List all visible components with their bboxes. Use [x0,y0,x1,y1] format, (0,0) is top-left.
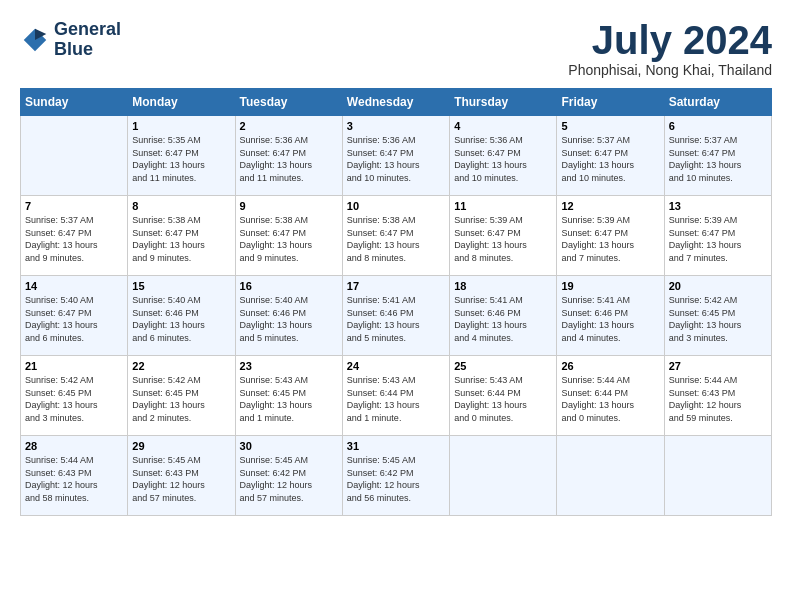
header-day: Saturday [664,89,771,116]
day-number: 14 [25,280,123,292]
calendar-cell: 22Sunrise: 5:42 AMSunset: 6:45 PMDayligh… [128,356,235,436]
calendar-cell: 20Sunrise: 5:42 AMSunset: 6:45 PMDayligh… [664,276,771,356]
calendar-cell: 27Sunrise: 5:44 AMSunset: 6:43 PMDayligh… [664,356,771,436]
calendar-cell: 17Sunrise: 5:41 AMSunset: 6:46 PMDayligh… [342,276,449,356]
day-number: 4 [454,120,552,132]
calendar-week: 28Sunrise: 5:44 AMSunset: 6:43 PMDayligh… [21,436,772,516]
calendar-cell: 16Sunrise: 5:40 AMSunset: 6:46 PMDayligh… [235,276,342,356]
day-info: Sunrise: 5:43 AMSunset: 6:44 PMDaylight:… [454,374,552,424]
logo-line1: General [54,20,121,40]
calendar-cell: 30Sunrise: 5:45 AMSunset: 6:42 PMDayligh… [235,436,342,516]
month-title: July 2024 [568,20,772,60]
day-number: 18 [454,280,552,292]
day-number: 22 [132,360,230,372]
day-info: Sunrise: 5:35 AMSunset: 6:47 PMDaylight:… [132,134,230,184]
calendar-body: 1Sunrise: 5:35 AMSunset: 6:47 PMDaylight… [21,116,772,516]
day-info: Sunrise: 5:37 AMSunset: 6:47 PMDaylight:… [669,134,767,184]
day-info: Sunrise: 5:36 AMSunset: 6:47 PMDaylight:… [240,134,338,184]
day-number: 3 [347,120,445,132]
calendar-header: SundayMondayTuesdayWednesdayThursdayFrid… [21,89,772,116]
day-number: 11 [454,200,552,212]
day-info: Sunrise: 5:42 AMSunset: 6:45 PMDaylight:… [132,374,230,424]
calendar-cell: 15Sunrise: 5:40 AMSunset: 6:46 PMDayligh… [128,276,235,356]
calendar-cell: 9Sunrise: 5:38 AMSunset: 6:47 PMDaylight… [235,196,342,276]
day-info: Sunrise: 5:42 AMSunset: 6:45 PMDaylight:… [25,374,123,424]
calendar-cell: 13Sunrise: 5:39 AMSunset: 6:47 PMDayligh… [664,196,771,276]
calendar-cell: 1Sunrise: 5:35 AMSunset: 6:47 PMDaylight… [128,116,235,196]
day-info: Sunrise: 5:45 AMSunset: 6:43 PMDaylight:… [132,454,230,504]
calendar-cell: 7Sunrise: 5:37 AMSunset: 6:47 PMDaylight… [21,196,128,276]
day-number: 10 [347,200,445,212]
day-number: 7 [25,200,123,212]
day-info: Sunrise: 5:43 AMSunset: 6:45 PMDaylight:… [240,374,338,424]
day-number: 6 [669,120,767,132]
header-day: Wednesday [342,89,449,116]
calendar-cell: 21Sunrise: 5:42 AMSunset: 6:45 PMDayligh… [21,356,128,436]
day-info: Sunrise: 5:40 AMSunset: 6:47 PMDaylight:… [25,294,123,344]
header-day: Monday [128,89,235,116]
day-number: 2 [240,120,338,132]
logo-icon [20,25,50,55]
day-info: Sunrise: 5:45 AMSunset: 6:42 PMDaylight:… [240,454,338,504]
day-info: Sunrise: 5:37 AMSunset: 6:47 PMDaylight:… [25,214,123,264]
calendar-cell: 19Sunrise: 5:41 AMSunset: 6:46 PMDayligh… [557,276,664,356]
calendar-cell: 8Sunrise: 5:38 AMSunset: 6:47 PMDaylight… [128,196,235,276]
day-info: Sunrise: 5:44 AMSunset: 6:43 PMDaylight:… [25,454,123,504]
day-number: 5 [561,120,659,132]
calendar-cell: 31Sunrise: 5:45 AMSunset: 6:42 PMDayligh… [342,436,449,516]
day-info: Sunrise: 5:39 AMSunset: 6:47 PMDaylight:… [669,214,767,264]
day-number: 24 [347,360,445,372]
day-info: Sunrise: 5:45 AMSunset: 6:42 PMDaylight:… [347,454,445,504]
day-number: 17 [347,280,445,292]
day-info: Sunrise: 5:39 AMSunset: 6:47 PMDaylight:… [561,214,659,264]
calendar-cell [557,436,664,516]
day-number: 27 [669,360,767,372]
day-info: Sunrise: 5:36 AMSunset: 6:47 PMDaylight:… [454,134,552,184]
day-number: 8 [132,200,230,212]
day-info: Sunrise: 5:43 AMSunset: 6:44 PMDaylight:… [347,374,445,424]
calendar-cell: 3Sunrise: 5:36 AMSunset: 6:47 PMDaylight… [342,116,449,196]
day-number: 30 [240,440,338,452]
day-info: Sunrise: 5:38 AMSunset: 6:47 PMDaylight:… [240,214,338,264]
calendar-week: 1Sunrise: 5:35 AMSunset: 6:47 PMDaylight… [21,116,772,196]
calendar-week: 21Sunrise: 5:42 AMSunset: 6:45 PMDayligh… [21,356,772,436]
day-number: 28 [25,440,123,452]
header-day: Sunday [21,89,128,116]
calendar-cell: 18Sunrise: 5:41 AMSunset: 6:46 PMDayligh… [450,276,557,356]
day-number: 13 [669,200,767,212]
day-info: Sunrise: 5:44 AMSunset: 6:43 PMDaylight:… [669,374,767,424]
day-info: Sunrise: 5:44 AMSunset: 6:44 PMDaylight:… [561,374,659,424]
calendar-cell: 4Sunrise: 5:36 AMSunset: 6:47 PMDaylight… [450,116,557,196]
header: General Blue July 2024 Phonphisai, Nong … [20,20,772,78]
day-info: Sunrise: 5:40 AMSunset: 6:46 PMDaylight:… [240,294,338,344]
calendar-cell: 26Sunrise: 5:44 AMSunset: 6:44 PMDayligh… [557,356,664,436]
calendar-week: 7Sunrise: 5:37 AMSunset: 6:47 PMDaylight… [21,196,772,276]
calendar-cell: 24Sunrise: 5:43 AMSunset: 6:44 PMDayligh… [342,356,449,436]
day-number: 9 [240,200,338,212]
calendar-week: 14Sunrise: 5:40 AMSunset: 6:47 PMDayligh… [21,276,772,356]
day-number: 12 [561,200,659,212]
calendar-cell [21,116,128,196]
header-row: SundayMondayTuesdayWednesdayThursdayFrid… [21,89,772,116]
calendar-cell: 25Sunrise: 5:43 AMSunset: 6:44 PMDayligh… [450,356,557,436]
day-info: Sunrise: 5:38 AMSunset: 6:47 PMDaylight:… [347,214,445,264]
day-number: 25 [454,360,552,372]
day-info: Sunrise: 5:41 AMSunset: 6:46 PMDaylight:… [454,294,552,344]
day-number: 21 [25,360,123,372]
calendar-cell: 23Sunrise: 5:43 AMSunset: 6:45 PMDayligh… [235,356,342,436]
day-info: Sunrise: 5:36 AMSunset: 6:47 PMDaylight:… [347,134,445,184]
calendar-cell: 5Sunrise: 5:37 AMSunset: 6:47 PMDaylight… [557,116,664,196]
calendar-cell: 2Sunrise: 5:36 AMSunset: 6:47 PMDaylight… [235,116,342,196]
day-number: 15 [132,280,230,292]
calendar-cell [450,436,557,516]
day-number: 31 [347,440,445,452]
calendar-cell [664,436,771,516]
calendar-cell: 10Sunrise: 5:38 AMSunset: 6:47 PMDayligh… [342,196,449,276]
calendar-cell: 28Sunrise: 5:44 AMSunset: 6:43 PMDayligh… [21,436,128,516]
day-number: 23 [240,360,338,372]
day-number: 26 [561,360,659,372]
calendar-cell: 14Sunrise: 5:40 AMSunset: 6:47 PMDayligh… [21,276,128,356]
day-info: Sunrise: 5:40 AMSunset: 6:46 PMDaylight:… [132,294,230,344]
day-number: 20 [669,280,767,292]
calendar-table: SundayMondayTuesdayWednesdayThursdayFrid… [20,88,772,516]
